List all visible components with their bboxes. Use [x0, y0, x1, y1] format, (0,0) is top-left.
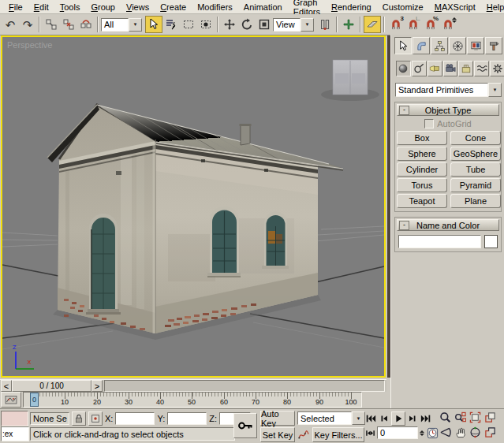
y-coordinate-field[interactable]	[167, 412, 207, 425]
object-name-input[interactable]	[398, 235, 481, 248]
redo-icon[interactable]: ↷	[19, 16, 36, 33]
menu-edit[interactable]: Edit	[28, 2, 54, 13]
menu-animation[interactable]: Animation	[238, 2, 288, 13]
chevron-down-icon[interactable]: ▼	[352, 411, 365, 425]
select-and-manipulate-button[interactable]	[340, 16, 357, 33]
tab-display[interactable]	[467, 37, 484, 54]
primitive-category-dropdown[interactable]: Standard Primitives ▼	[395, 83, 502, 97]
select-and-link-icon[interactable]	[43, 16, 60, 33]
select-object-button[interactable]	[145, 16, 162, 33]
previous-frame-arrow[interactable]: <	[1, 380, 12, 392]
menu-maxscript[interactable]: MAXScript	[429, 2, 481, 13]
macro-recorder-field[interactable]	[1, 411, 28, 426]
reference-coordinate-system-dropdown[interactable]: View ▼	[273, 18, 314, 32]
set-keys-button[interactable]	[233, 413, 257, 438]
menu-modifiers[interactable]: Modifiers	[192, 2, 238, 13]
frame-spinner[interactable]	[420, 430, 424, 436]
zoom-extents-all-button[interactable]	[483, 411, 497, 423]
selection-set-dropdown[interactable]: Selected ▼	[297, 411, 365, 425]
category-systems-button[interactable]	[490, 61, 504, 76]
chevron-down-icon[interactable]: ▼	[129, 18, 142, 32]
menu-customize[interactable]: Customize	[377, 2, 429, 13]
open-mini-curve-editor-button[interactable]	[1, 392, 21, 408]
key-mode-toggle[interactable]	[364, 426, 375, 439]
next-frame-arrow[interactable]: >	[91, 380, 103, 392]
min-max-toggle-button[interactable]	[483, 426, 497, 438]
menu-views[interactable]: Views	[121, 2, 155, 13]
category-space-warps-button[interactable]	[474, 61, 489, 76]
select-by-name-button[interactable]	[162, 16, 180, 33]
auto-key-button[interactable]: Auto Key	[260, 411, 295, 426]
cone-button[interactable]: Cone	[450, 131, 501, 145]
category-cameras-button[interactable]	[443, 61, 458, 76]
key-filters-button[interactable]: Key Filters...	[312, 427, 364, 442]
time-slider-handle[interactable]: 0 / 100	[12, 380, 91, 392]
angle-snap-toggle[interactable]: ∟	[405, 16, 422, 33]
absolute-offset-mode-toggle[interactable]	[88, 411, 103, 426]
menu-file[interactable]: File	[3, 2, 28, 13]
select-and-rotate-button[interactable]	[238, 16, 256, 33]
play-animation-button[interactable]	[391, 411, 405, 426]
bind-to-space-warp-icon[interactable]	[77, 16, 95, 33]
tab-motion[interactable]	[449, 37, 466, 54]
category-geometry-button[interactable]	[396, 61, 411, 76]
category-helpers-button[interactable]	[458, 61, 473, 76]
track-bar-ruler[interactable]: 0 10 20 30 40 50 60 70 80 90 100 0	[23, 392, 362, 408]
zoom-extents-button[interactable]	[469, 411, 482, 423]
rectangular-selection-region-button[interactable]	[180, 16, 197, 33]
plane-button[interactable]: Plane	[450, 194, 501, 208]
menu-create[interactable]: Create	[155, 2, 192, 13]
arc-rotate-button[interactable]	[469, 426, 482, 438]
sphere-button[interactable]: Sphere	[397, 147, 447, 161]
select-and-move-button[interactable]	[221, 16, 238, 33]
go-to-start-button[interactable]	[364, 412, 377, 425]
pan-view-button[interactable]	[454, 426, 467, 438]
maxscript-mini-listener[interactable]: :ex	[1, 426, 29, 441]
tab-hierarchy[interactable]	[431, 37, 448, 54]
next-frame-button[interactable]	[406, 412, 419, 425]
undo-icon[interactable]: ↶	[2, 16, 19, 33]
perspective-viewport[interactable]: z x	[1, 35, 386, 378]
zoom-all-button[interactable]	[454, 411, 467, 423]
menu-rendering[interactable]: Rendering	[326, 2, 377, 13]
tab-utilities[interactable]	[485, 37, 502, 54]
selection-lock-toggle[interactable]	[72, 411, 86, 426]
tab-modify[interactable]	[413, 37, 430, 54]
keyboard-shortcut-override-toggle[interactable]	[364, 16, 381, 33]
percent-snap-toggle[interactable]: %	[422, 16, 439, 33]
name-and-color-rollout-header[interactable]: - Name and Color	[397, 219, 499, 231]
menu-help[interactable]: Help	[481, 2, 504, 13]
geosphere-button[interactable]: GeoSphere	[450, 147, 501, 161]
object-type-rollout-header[interactable]: - Object Type	[397, 104, 499, 116]
time-configuration-button[interactable]	[426, 426, 439, 439]
tab-create[interactable]	[394, 37, 412, 54]
category-shapes-button[interactable]	[412, 61, 427, 76]
menu-tools[interactable]: Tools	[54, 2, 86, 13]
spinner-snap-toggle[interactable]	[439, 16, 457, 33]
chevron-down-icon[interactable]: ▼	[301, 18, 314, 32]
tube-button[interactable]: Tube	[450, 162, 501, 177]
select-and-scale-button[interactable]	[256, 16, 273, 33]
field-of-view-button[interactable]	[439, 426, 452, 438]
selection-filter-dropdown[interactable]: All ▼	[101, 18, 142, 32]
viewport-canvas[interactable]: z x	[2, 37, 384, 376]
current-frame-marker[interactable]: 0	[30, 393, 39, 407]
object-color-swatch[interactable]	[484, 235, 498, 248]
chevron-down-icon[interactable]: ▼	[488, 83, 502, 97]
zoom-button[interactable]	[439, 411, 452, 423]
autogrid-checkbox[interactable]	[424, 119, 434, 128]
snap-toggle-3d[interactable]: 3	[387, 16, 405, 33]
time-slider-track[interactable]	[104, 380, 385, 392]
default-in-out-tangents-icon[interactable]	[297, 428, 310, 441]
current-frame-field[interactable]: 0	[377, 426, 418, 439]
unlink-selection-icon[interactable]	[60, 16, 77, 33]
category-lights-button[interactable]	[427, 61, 442, 76]
go-to-end-button[interactable]	[420, 412, 432, 425]
window-crossing-toggle[interactable]	[197, 16, 215, 33]
cylinder-button[interactable]: Cylinder	[397, 162, 447, 177]
set-key-button[interactable]: Set Key	[260, 427, 295, 442]
menu-group[interactable]: Group	[85, 2, 121, 13]
viewport-label[interactable]: Perspective	[7, 40, 52, 50]
torus-button[interactable]: Torus	[397, 178, 447, 192]
x-coordinate-field[interactable]	[115, 412, 155, 425]
